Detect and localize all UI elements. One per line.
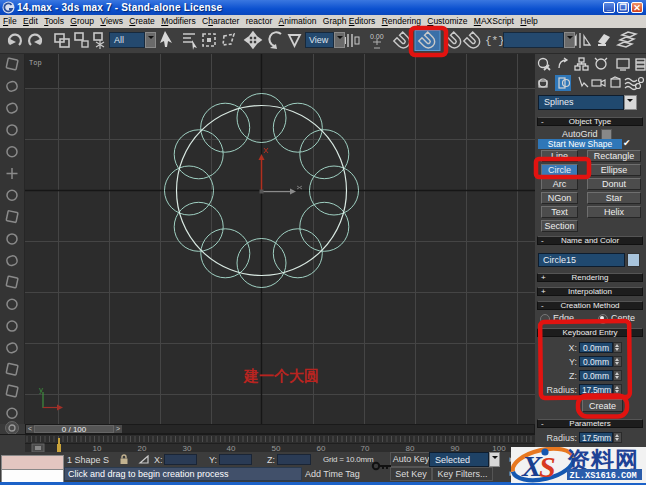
svg-text:ZL.XS1616.COM: ZL.XS1616.COM (570, 471, 637, 481)
svg-text:Top: Top (29, 59, 42, 67)
svg-text:资料网: 资料网 (567, 447, 639, 473)
svg-text:建一个大圆: 建一个大圆 (242, 367, 319, 384)
svg-text:0.00: 0.00 (370, 33, 384, 40)
svg-text:{*}: {*} (485, 35, 505, 47)
svg-text:S: S (539, 450, 556, 483)
